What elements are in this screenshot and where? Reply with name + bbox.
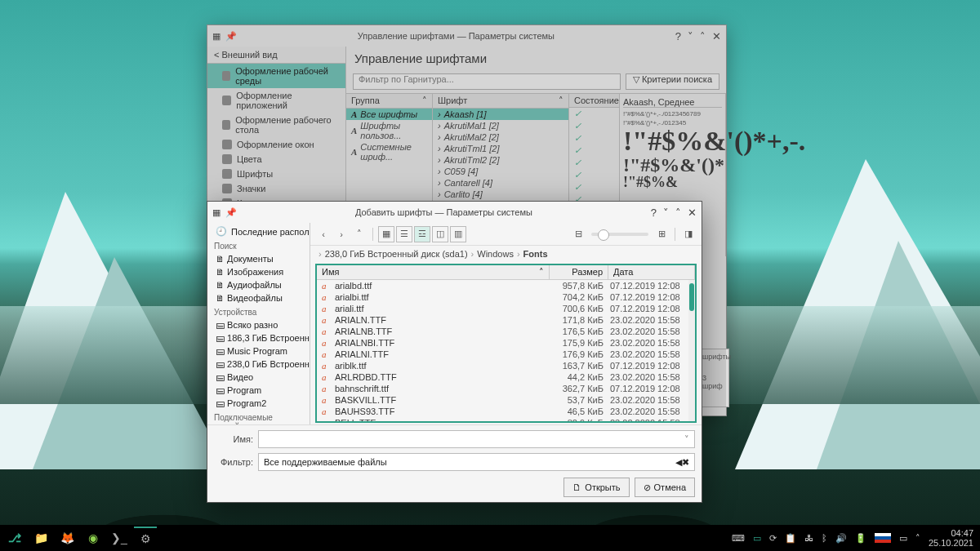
view-tree-button[interactable]: ◫	[432, 226, 448, 242]
tray-notifications-icon[interactable]: ▭	[899, 533, 907, 544]
sidebar-item[interactable]: 🖴 186,3 ГиБ Встроенный...	[207, 331, 310, 344]
pin-icon[interactable]: 📌	[225, 31, 237, 42]
pin-icon[interactable]: 📌	[225, 207, 237, 218]
tray-volume-icon[interactable]: 🔊	[835, 533, 847, 544]
scrollbar[interactable]	[688, 280, 695, 421]
font-item[interactable]: › AkrutiMal1 [2]	[433, 120, 568, 131]
group-item[interactable]: A Шрифты пользов...	[346, 120, 432, 141]
tray-updates-icon[interactable]: ⟳	[769, 533, 777, 544]
taskbar-settings-button[interactable]: ⚙	[134, 527, 157, 549]
titlebar[interactable]: ▦ 📌 Управление шрифтами — Параметры сист…	[207, 25, 726, 47]
sidebar-item[interactable]: 🗎 Документы	[207, 252, 310, 265]
column-header-state[interactable]: Состояние	[569, 94, 619, 108]
column-header-font[interactable]: Шрифт˄	[433, 94, 568, 109]
font-item[interactable]: › Cantarell [4]	[433, 177, 568, 189]
minimize-icon[interactable]: ˅	[688, 30, 693, 42]
group-item[interactable]: A Системные шриф...	[346, 141, 432, 162]
sidebar-item[interactable]: Оформление рабочей среды	[207, 64, 345, 88]
tray-language-flag[interactable]	[875, 533, 891, 543]
breadcrumb[interactable]: ›238,0 ГиБ Встроенный диск (sda1) ›Windo…	[310, 246, 702, 262]
sidebar-item[interactable]: 🖴 Program2	[207, 397, 310, 410]
font-item[interactable]: › Akaash [1]	[433, 109, 568, 120]
tray-chevron-icon[interactable]: ˄	[915, 533, 920, 544]
group-item[interactable]: A Все шрифты	[346, 109, 432, 120]
help-icon[interactable]: ?	[675, 30, 681, 42]
file-row[interactable]: aarialbd.ttf957,8 КиБ07.12.2019 12:08	[317, 280, 695, 291]
nav-back-button[interactable]: ‹	[315, 226, 332, 242]
sidebar-item[interactable]: 🗎 Аудиофайлы	[207, 278, 310, 291]
font-item[interactable]: › AkrutiTml2 [2]	[433, 154, 568, 166]
sidebar-item[interactable]: Цвета	[207, 152, 345, 167]
filter-dropdown[interactable]: Все поддерживаемые файлы◀✖	[258, 453, 695, 471]
preview-toggle-button[interactable]: ◨	[680, 226, 697, 242]
file-row[interactable]: aARIALNBI.TTF175,9 КиБ23.02.2020 15:58	[317, 337, 695, 349]
zoom-in-icon[interactable]: ⊞	[653, 226, 670, 242]
cancel-button[interactable]: ⊘ Отмена	[635, 478, 695, 497]
file-row[interactable]: aariali.ttf700,6 КиБ07.12.2019 12:08	[317, 303, 695, 314]
help-icon[interactable]: ?	[651, 207, 657, 219]
tray-battery-icon[interactable]: 🔋	[855, 533, 866, 544]
font-item[interactable]: › Carlito [4]	[433, 189, 568, 200]
search-criteria-button[interactable]: ▽ Критерии поиска	[626, 73, 719, 90]
filename-input[interactable]: ˅	[258, 430, 695, 448]
sidebar-item[interactable]: Оформление рабочего стола	[207, 113, 345, 137]
column-header-name[interactable]: Имя˄	[317, 265, 550, 279]
font-item[interactable]: › AkrutiMal2 [2]	[433, 131, 568, 143]
taskbar-files-button[interactable]: 📁	[29, 527, 52, 549]
file-row[interactable]: aBASKVILL.TTF53,7 КиБ23.02.2020 15:58	[317, 394, 695, 406]
view-columns-button[interactable]: ▥	[450, 226, 466, 242]
font-item[interactable]: › AkrutiTml1 [2]	[433, 143, 568, 154]
sidebar-item[interactable]: Значки	[207, 181, 345, 196]
file-row[interactable]: abahnschrift.ttf362,7 КиБ07.12.2019 12:0…	[317, 383, 695, 394]
sidebar-item[interactable]: 🖴 Music Program	[207, 344, 310, 358]
minimize-icon[interactable]: ˅	[663, 207, 669, 219]
font-item[interactable]: › C059 [4]	[433, 166, 568, 177]
tray-clipboard-icon[interactable]: 📋	[785, 533, 796, 544]
maximize-icon[interactable]: ˄	[700, 30, 706, 42]
close-icon[interactable]: ✕	[712, 30, 721, 42]
sidebar-item[interactable]: 🖴 Всяко разно	[207, 318, 310, 331]
view-compact-button[interactable]: ☰	[396, 226, 412, 242]
file-row[interactable]: aARIALNB.TTF176,5 КиБ23.02.2020 15:58	[317, 326, 695, 337]
sidebar-item[interactable]: Оформление приложений	[207, 88, 345, 113]
file-row[interactable]: aBAUHS93.TTF46,5 КиБ23.02.2020 15:58	[317, 406, 695, 417]
taskbar-app-button[interactable]: ◉	[82, 527, 105, 549]
sidebar-item[interactable]: 🗎 Изображения	[207, 265, 310, 278]
zoom-out-icon[interactable]: ⊟	[570, 226, 586, 242]
file-list[interactable]: Имя˄ Размер Дата aarialbd.ttf957,8 КиБ07…	[315, 264, 697, 423]
open-button[interactable]: 🗋 Открыть	[564, 478, 629, 497]
back-button[interactable]: < Внешний вид	[207, 47, 345, 64]
sidebar-item[interactable]: 🖴 Program	[207, 384, 310, 397]
column-header-group[interactable]: Группа˄	[346, 94, 432, 109]
view-details-button[interactable]: ☲	[414, 226, 430, 242]
file-row[interactable]: aBELL.TTF82,9 КиБ23.02.2020 15:58	[317, 417, 695, 421]
tray-keyboard-icon[interactable]: ⌨	[732, 533, 745, 544]
view-icons-button[interactable]: ▦	[378, 226, 394, 242]
titlebar[interactable]: ▦ 📌 Добавить шрифты — Параметры системы …	[207, 202, 702, 223]
tray-display-icon[interactable]: ▭	[753, 533, 761, 544]
file-row[interactable]: aariblk.ttf163,7 КиБ07.12.2019 12:08	[317, 360, 695, 371]
nav-up-button[interactable]: ˄	[351, 226, 368, 242]
sidebar-item[interactable]: Шрифты	[207, 167, 345, 181]
column-header-size[interactable]: Размер	[550, 265, 608, 279]
maximize-icon[interactable]: ˄	[675, 207, 681, 219]
file-row[interactable]: aARIALNI.TTF176,9 КиБ23.02.2020 15:58	[317, 349, 695, 360]
file-row[interactable]: aARLRDBD.TTF44,2 КиБ23.02.2020 15:58	[317, 371, 695, 383]
nav-forward-button[interactable]: ›	[333, 226, 350, 242]
filter-input[interactable]: Фильтр по Гарнитура...	[353, 73, 621, 90]
tray-clock[interactable]: 04:47 25.10.2021	[929, 528, 973, 548]
file-row[interactable]: aarialbi.ttf704,2 КиБ07.12.2019 12:08	[317, 291, 695, 303]
sidebar-item[interactable]: 🖴 238,0 ГиБ Встроенный...	[207, 358, 310, 371]
sidebar-recent[interactable]: 🕘 Последние расположе...	[207, 224, 310, 238]
taskbar-firefox-button[interactable]: 🦊	[56, 527, 78, 549]
tray-network-icon[interactable]: 🖧	[804, 533, 813, 543]
close-icon[interactable]: ✕	[688, 207, 697, 219]
sidebar-item[interactable]: 🗎 Видеофайлы	[207, 291, 310, 304]
start-menu-button[interactable]: ⎇	[3, 527, 26, 549]
file-row[interactable]: aARIALN.TTF171,8 КиБ23.02.2020 15:58	[317, 314, 695, 326]
tray-bluetooth-icon[interactable]: ᛒ	[822, 533, 827, 543]
zoom-slider[interactable]	[591, 233, 648, 236]
column-header-date[interactable]: Дата	[608, 265, 695, 279]
sidebar-item[interactable]: Оформление окон	[207, 137, 345, 152]
sidebar-item[interactable]: 🖴 Видео	[207, 371, 310, 384]
